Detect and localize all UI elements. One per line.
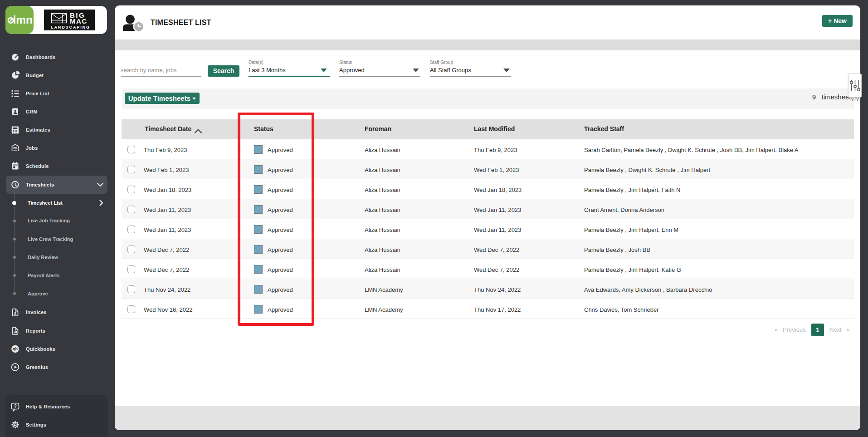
svg-text:lmn: lmn — [13, 14, 33, 26]
svg-text:qb: qb — [13, 347, 18, 351]
svg-text:LANDSCAPING: LANDSCAPING — [51, 25, 90, 29]
svg-text:$: $ — [14, 311, 16, 316]
svg-text:MAC: MAC — [70, 17, 88, 25]
svg-text:?: ? — [14, 404, 17, 409]
